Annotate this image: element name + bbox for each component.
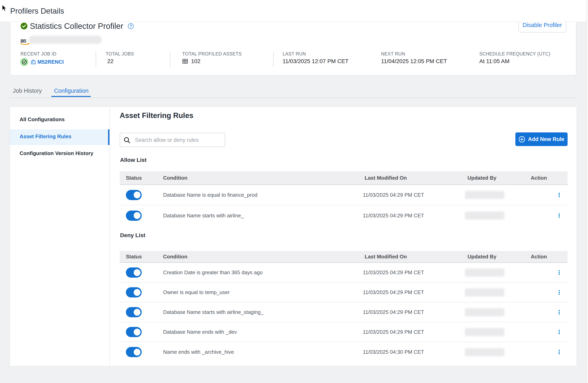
- svg-text:aws: aws: [21, 39, 26, 44]
